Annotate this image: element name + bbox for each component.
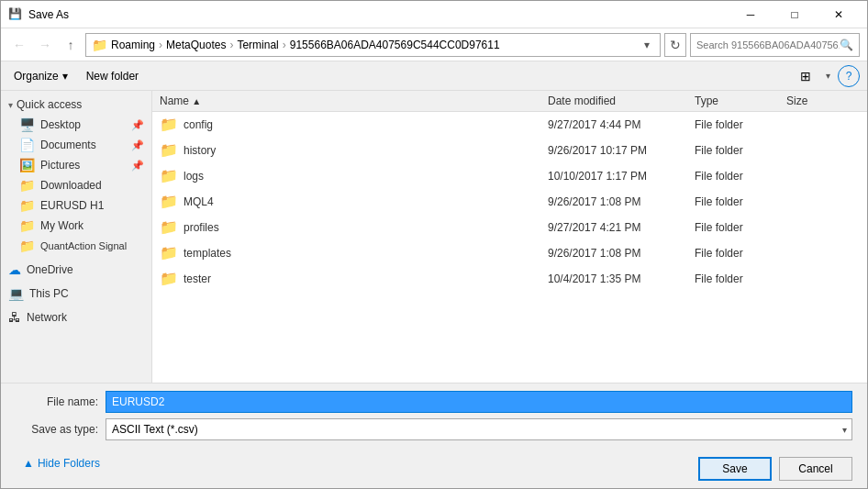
saveas-row: Save as type: ASCII Text (*.csv)CSV (*.c…: [16, 418, 852, 440]
quantaction-icon: 📁: [19, 239, 35, 253]
new-folder-button[interactable]: New folder: [81, 65, 144, 87]
path-sep-3: ›: [283, 39, 286, 51]
sidebar-item-thispc[interactable]: 💻 This PC: [1, 283, 151, 304]
table-row[interactable]: 📁 config 9/27/2017 4:44 PM File folder: [152, 112, 867, 138]
cancel-button[interactable]: Cancel: [779, 457, 852, 481]
path-roaming[interactable]: Roaming: [111, 39, 155, 51]
sidebar-item-desktop[interactable]: 🖥️ Desktop 📌: [1, 115, 151, 135]
table-row[interactable]: 📁 MQL4 9/26/2017 1:08 PM File folder: [152, 189, 867, 215]
file-date: 9/27/2017 4:21 PM: [548, 221, 695, 234]
path-hash[interactable]: 915566BA06ADA407569C544CC0D97611: [290, 39, 500, 51]
desktop-icon: 🖥️: [19, 117, 35, 132]
refresh-button[interactable]: ↻: [664, 33, 686, 57]
file-name: profiles: [184, 221, 548, 234]
onedrive-icon: ☁: [8, 262, 21, 277]
col-header-size[interactable]: Size: [786, 94, 860, 107]
sidebar-item-network[interactable]: 🖧 Network: [1, 307, 151, 328]
sidebar-item-mywork[interactable]: 📁 My Work: [1, 216, 151, 236]
maximize-button[interactable]: □: [773, 1, 816, 28]
path-dropdown-icon[interactable]: ▾: [640, 34, 654, 56]
table-row[interactable]: 📁 logs 10/10/2017 1:17 PM File folder: [152, 163, 867, 189]
filename-input[interactable]: [106, 391, 852, 413]
file-date: 9/26/2017 1:08 PM: [548, 247, 695, 260]
col-header-date[interactable]: Date modified: [548, 94, 695, 107]
folder-icon: 📁: [160, 193, 178, 210]
address-path[interactable]: 📁 Roaming › MetaQuotes › Terminal › 9155…: [85, 33, 661, 57]
col-header-type[interactable]: Type: [695, 94, 786, 107]
minimize-button[interactable]: ─: [729, 1, 772, 28]
onedrive-section: ☁ OneDrive: [1, 260, 151, 280]
sidebar-item-onedrive[interactable]: ☁ OneDrive: [1, 260, 151, 280]
path-metaquotes[interactable]: MetaQuotes: [166, 39, 226, 51]
sort-arrow: ▲: [192, 96, 201, 106]
file-type: File folder: [695, 272, 786, 285]
bottom-panel: File name: Save as type: ASCII Text (*.c…: [1, 383, 867, 488]
close-button[interactable]: ✕: [818, 1, 860, 28]
file-name: templates: [184, 247, 548, 260]
new-folder-label: New folder: [86, 70, 139, 83]
file-type: File folder: [695, 118, 786, 131]
title-bar-left: 💾 Save As: [8, 7, 69, 22]
file-type: File folder: [695, 144, 786, 157]
sidebar-item-desktop-label: Desktop: [40, 118, 81, 131]
col-header-name[interactable]: Name ▲: [160, 94, 548, 107]
network-icon: 🖧: [8, 310, 21, 325]
table-row[interactable]: 📁 tester 10/4/2017 1:35 PM File folder: [152, 266, 867, 292]
sidebar-item-eurusd-label: EURUSD H1: [40, 199, 104, 212]
forward-button[interactable]: →: [34, 34, 56, 56]
quick-access-chevron: ▾: [8, 100, 13, 110]
file-list: Name ▲ Date modified Type Size 📁 config …: [152, 91, 867, 383]
sidebar-item-pictures-label: Pictures: [40, 159, 80, 172]
view-toggle-button[interactable]: ⊞: [793, 65, 818, 87]
help-button[interactable]: ?: [838, 65, 860, 87]
downloaded-icon: 📁: [19, 178, 35, 193]
view-arrow[interactable]: ▾: [826, 71, 830, 81]
folder-icon: 📁: [160, 244, 178, 261]
organize-label: Organize: [14, 70, 59, 83]
table-row[interactable]: 📁 templates 9/26/2017 1:08 PM File folde…: [152, 240, 867, 266]
file-type: File folder: [695, 195, 786, 208]
save-as-dialog: 💾 Save As ─ □ ✕ ← → ↑ 📁 Roaming › MetaQu…: [0, 0, 868, 489]
window-title: Save As: [28, 8, 69, 21]
hide-folders-button[interactable]: ▲ Hide Folders: [16, 455, 107, 472]
file-date: 10/4/2017 1:35 PM: [548, 272, 695, 285]
thispc-icon: 💻: [8, 286, 24, 301]
saveas-select[interactable]: ASCII Text (*.csv)CSV (*.csv)Text Files …: [106, 418, 852, 440]
file-date: 9/26/2017 10:17 PM: [548, 144, 695, 157]
saveas-label: Save as type:: [16, 423, 98, 436]
file-name: tester: [184, 272, 548, 285]
file-type: File folder: [695, 170, 786, 183]
sidebar-item-mywork-label: My Work: [40, 219, 83, 232]
path-terminal[interactable]: Terminal: [237, 39, 278, 51]
organize-button[interactable]: Organize ▾: [8, 65, 73, 87]
folder-icon: 📁: [160, 116, 178, 133]
sidebar-item-thispc-label: This PC: [29, 287, 69, 300]
filename-row: File name:: [16, 391, 852, 413]
folder-icon: 📁: [160, 218, 178, 236]
sidebar-item-downloaded-label: Downloaded: [40, 179, 102, 192]
documents-icon: 📄: [19, 138, 35, 152]
quick-access-section: ▾ Quick access 🖥️ Desktop 📌 📄 Documents …: [1, 94, 151, 256]
table-row[interactable]: 📁 profiles 9/27/2017 4:21 PM File folder: [152, 215, 867, 240]
eurusd-icon: 📁: [19, 198, 35, 213]
sidebar-item-quantaction[interactable]: 📁 QuantAction Signal: [1, 236, 151, 256]
sidebar-item-pictures[interactable]: 🖼️ Pictures 📌: [1, 155, 151, 175]
hide-folders-label: Hide Folders: [38, 457, 100, 470]
network-section: 🖧 Network: [1, 307, 151, 328]
up-button[interactable]: ↑: [60, 34, 82, 56]
sidebar-item-downloaded[interactable]: 📁 Downloaded: [1, 175, 151, 195]
back-button[interactable]: ←: [8, 34, 30, 56]
file-name: logs: [184, 170, 548, 183]
desktop-pin-icon: 📌: [131, 119, 144, 131]
file-rows-container: 📁 config 9/27/2017 4:44 PM File folder 📁…: [152, 112, 867, 292]
sidebar-item-documents[interactable]: 📄 Documents 📌: [1, 135, 151, 155]
path-folder-icon: 📁: [92, 38, 107, 52]
sidebar: ▾ Quick access 🖥️ Desktop 📌 📄 Documents …: [1, 91, 152, 383]
table-row[interactable]: 📁 history 9/26/2017 10:17 PM File folder: [152, 138, 867, 163]
sidebar-item-eurusd[interactable]: 📁 EURUSD H1: [1, 195, 151, 216]
search-input[interactable]: [696, 39, 840, 50]
save-button[interactable]: Save: [698, 457, 772, 481]
file-type: File folder: [695, 247, 786, 260]
quick-access-header[interactable]: ▾ Quick access: [1, 94, 151, 115]
sidebar-item-documents-label: Documents: [40, 139, 96, 151]
